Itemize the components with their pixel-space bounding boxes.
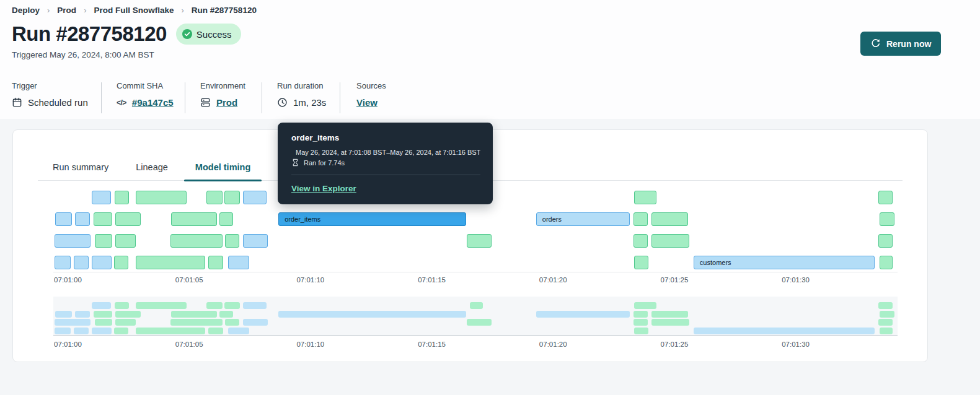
gantt-bar[interactable] — [115, 234, 136, 248]
divider — [185, 82, 185, 113]
gantt-bar-orders — [536, 311, 630, 318]
gantt-bar — [651, 311, 688, 318]
meta-label: Sources — [356, 81, 386, 90]
timeline-overview-brush[interactable] — [53, 297, 898, 336]
gantt-bar[interactable] — [878, 234, 893, 248]
axis-tick-label: 07:01:25 — [661, 341, 689, 348]
breadcrumb-deploy[interactable]: Deploy — [12, 6, 40, 15]
gantt-bar[interactable] — [114, 256, 128, 269]
gantt-bar — [228, 328, 249, 334]
code-icon: </> — [117, 98, 126, 107]
gantt-bar[interactable] — [55, 234, 90, 248]
meta-label: Run duration — [277, 81, 326, 90]
gantt-bar — [878, 319, 893, 326]
gantt-bar[interactable] — [651, 212, 688, 226]
gantt-bar[interactable] — [55, 212, 72, 226]
tab-model-timing[interactable]: Model timing — [184, 154, 262, 181]
breadcrumb: Deploy › Prod › Prod Full Snowflake › Ru… — [12, 6, 257, 15]
gantt-bar[interactable] — [95, 234, 112, 248]
gantt-bar — [55, 319, 90, 326]
axis-tick-label: 07:01:00 — [54, 341, 82, 348]
gantt-bar[interactable] — [136, 256, 205, 269]
gantt-bar — [219, 311, 233, 318]
breadcrumb-separator-icon: › — [47, 6, 50, 15]
gantt-bar — [75, 311, 90, 318]
gantt-bar — [633, 311, 648, 318]
gantt-bar[interactable] — [75, 212, 90, 226]
view-in-explorer-link[interactable]: View in Explorer — [291, 184, 356, 193]
gantt-bar[interactable] — [224, 191, 240, 204]
calendar-icon — [12, 97, 22, 108]
gantt-bar[interactable] — [170, 234, 222, 248]
gantt-bar — [878, 302, 893, 309]
gantt-bar[interactable] — [171, 212, 217, 226]
gantt-bar[interactable] — [92, 191, 111, 204]
gantt-bar — [115, 302, 129, 309]
commit-sha-link[interactable]: #9a147c5 — [132, 97, 174, 108]
gantt-bar[interactable] — [55, 256, 71, 269]
breadcrumb-run[interactable]: Run #287758120 — [192, 6, 257, 15]
breadcrumb-job[interactable]: Prod Full Snowflake — [94, 6, 174, 15]
axis-tick-label: 07:01:20 — [539, 276, 567, 284]
axis-tick-label: 07:01:05 — [175, 276, 203, 284]
breadcrumb-separator-icon: › — [181, 6, 183, 15]
gantt-bar[interactable] — [634, 191, 656, 204]
gantt-bar-order_items — [278, 311, 466, 318]
axis-tick-label: 07:01:10 — [296, 276, 324, 284]
gantt-bar[interactable] — [206, 191, 223, 204]
gantt-bar[interactable] — [633, 212, 648, 226]
gantt-bar[interactable] — [115, 191, 129, 204]
gantt-bar[interactable] — [243, 191, 267, 204]
gantt-bar — [243, 302, 267, 309]
gantt-bar — [634, 328, 648, 334]
environment-link[interactable]: Prod — [216, 97, 237, 108]
gantt-bar[interactable] — [878, 191, 893, 204]
gantt-bar[interactable] — [208, 256, 223, 269]
gantt-bar[interactable] — [115, 212, 141, 226]
rerun-now-button[interactable]: Rerun now — [860, 32, 941, 56]
gantt-bar — [651, 319, 689, 326]
gantt-bar[interactable] — [467, 234, 492, 248]
run-meta-row: Trigger Scheduled run Commit SHA </> #9a… — [0, 81, 980, 118]
time-axis-mini: 07:01:0007:01:0507:01:1007:01:1507:01:20… — [53, 341, 898, 349]
tab-lineage[interactable]: Lineage — [125, 154, 179, 181]
duration-value: 1m, 23s — [293, 97, 326, 108]
gantt-bar[interactable] — [74, 256, 89, 269]
gantt-bar[interactable] — [634, 256, 648, 269]
model-tooltip: order_items May 26, 2024, at 7:01:08 BST… — [278, 123, 493, 204]
gantt-bar[interactable] — [651, 234, 689, 248]
divider — [101, 82, 102, 113]
gantt-bar[interactable] — [880, 256, 893, 269]
axis-tick-label: 07:01:25 — [661, 276, 689, 284]
gantt-bar[interactable] — [225, 234, 239, 248]
gantt-bar-customers[interactable]: customers — [694, 256, 875, 269]
gantt-bar — [136, 302, 187, 309]
breadcrumb-prod[interactable]: Prod — [57, 6, 76, 15]
tooltip-time-range: May 26, 2024, at 7:01:08 BST–May 26, 202… — [296, 149, 480, 156]
divider — [262, 82, 262, 113]
gantt-bar[interactable] — [219, 212, 233, 226]
tab-run-summary[interactable]: Run summary — [42, 154, 120, 181]
gantt-bar — [467, 319, 492, 326]
triggered-timestamp: Triggered May 26, 2024, 8:00 AM BST — [12, 50, 154, 59]
axis-tick-label: 07:01:15 — [418, 341, 446, 348]
gantt-bar[interactable] — [228, 256, 249, 269]
axis-tick-label: 07:01:20 — [539, 341, 567, 348]
gantt-bar[interactable] — [633, 234, 648, 248]
gantt-bar[interactable] — [880, 212, 894, 226]
gantt-bar[interactable] — [243, 234, 268, 248]
gantt-bar-order_items[interactable]: order_items — [278, 212, 466, 226]
gantt-bar — [243, 319, 268, 326]
gantt-bar — [633, 319, 648, 326]
gantt-bar-orders[interactable]: orders — [536, 212, 630, 226]
gantt-bar — [114, 328, 128, 334]
gantt-bar[interactable] — [136, 191, 187, 204]
sources-view-link[interactable]: View — [356, 97, 377, 108]
axis-tick-label: 07:01:10 — [296, 341, 324, 348]
gantt-bar — [55, 311, 72, 318]
gantt-bar[interactable] — [94, 212, 112, 226]
gantt-bar — [92, 328, 112, 334]
tooltip-duration: Ran for 7.74s — [304, 159, 345, 167]
axis-tick-label: 07:01:30 — [782, 341, 810, 348]
gantt-bar[interactable] — [92, 256, 112, 269]
